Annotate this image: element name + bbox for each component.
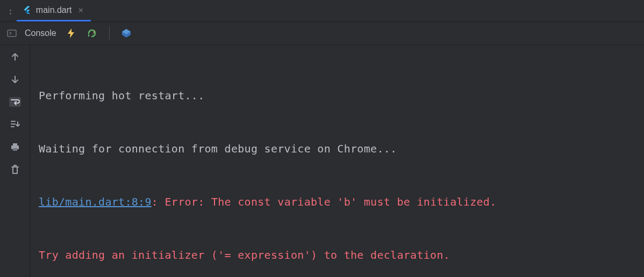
console-error-line: lib/main.dart:8:9: Error: The const vari… [39,193,635,211]
svg-rect-0 [8,30,16,37]
soft-wrap-icon[interactable] [9,96,22,108]
arrow-up-icon[interactable] [9,50,22,63]
console-line: Performing hot restart... [39,87,635,105]
print-icon[interactable] [9,141,22,154]
console-label: Console [25,28,56,38]
scroll-to-end-icon[interactable] [9,118,22,131]
toolbar-divider [109,27,110,40]
content-area: Performing hot restart... Waiting for co… [0,45,644,277]
lightning-icon[interactable] [64,26,78,40]
devtools-icon[interactable] [119,26,133,40]
arrow-down-icon[interactable] [9,73,22,86]
file-tab-main-dart[interactable]: main.dart × [17,0,91,21]
expand-icon[interactable] [6,28,17,39]
console-gutter [0,45,30,277]
error-text: : Error: The const variable 'b' must be … [152,195,497,208]
close-icon[interactable]: × [76,5,86,15]
tab-overflow-indicator: : [4,5,17,17]
svg-rect-4 [13,148,17,151]
file-link[interactable]: lib/main.dart:8:9 [39,195,152,208]
tab-label: main.dart [36,5,72,15]
flutter-icon [22,5,32,15]
svg-rect-3 [13,143,17,145]
console-toolbar: Console [0,21,644,45]
console-output[interactable]: Performing hot restart... Waiting for co… [30,45,644,277]
console-line: Waiting for connection from debug servic… [39,140,635,158]
restart-icon[interactable] [85,26,99,40]
console-error-line: Try adding an initializer ('= expression… [39,246,635,264]
tab-bar: : main.dart × [0,0,644,21]
trash-icon[interactable] [9,163,22,176]
